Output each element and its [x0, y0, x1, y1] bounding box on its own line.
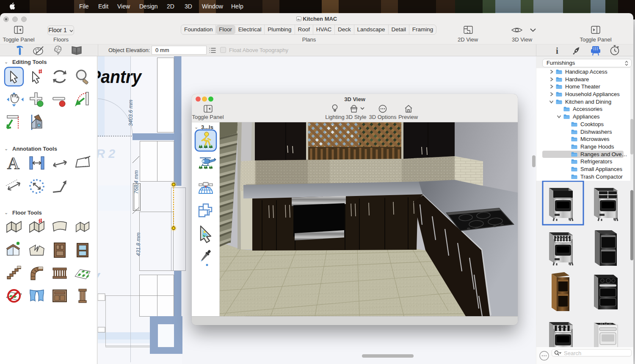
- svg-text:Pantry: Pantry: [98, 67, 142, 87]
- svg-text:A: A: [7, 154, 19, 173]
- svg-text:R 2: R 2: [98, 147, 115, 160]
- svg-text:i: i: [556, 46, 558, 56]
- svg-text:3403.6 mm: 3403.6 mm: [128, 99, 134, 126]
- svg-text:768.4 mm: 768.4 mm: [133, 170, 139, 194]
- svg-text:431.8 mm: 431.8 mm: [135, 232, 141, 256]
